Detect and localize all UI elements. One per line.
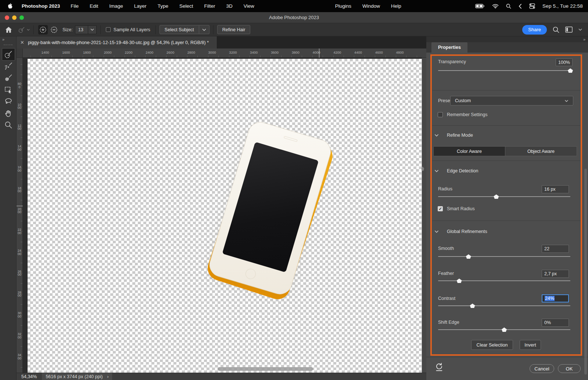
- menubar-menu-type[interactable]: Type: [152, 3, 174, 9]
- global-refinements-title[interactable]: Global Refinements: [447, 229, 487, 234]
- options-bar: Size: 13 Sample All Layers Select Subjec…: [0, 23, 588, 36]
- smooth-label: Smooth: [438, 246, 454, 251]
- brush-size-select[interactable]: 13: [75, 25, 97, 34]
- quick-selection-tool[interactable]: [2, 48, 15, 61]
- hand-tool[interactable]: [2, 108, 15, 119]
- contrast-slider[interactable]: [438, 303, 570, 308]
- ok-button[interactable]: OK: [558, 364, 581, 373]
- collapse-panel-icon[interactable]: »: [2, 37, 4, 42]
- control-center-icon[interactable]: [529, 3, 535, 9]
- slider-thumb[interactable]: [470, 304, 475, 308]
- workspace-icon[interactable]: [565, 26, 573, 33]
- menubar-menu-layer[interactable]: Layer: [129, 3, 152, 9]
- refine-mode-title[interactable]: Refine Mode: [447, 133, 473, 138]
- menubar-menu-image[interactable]: Image: [104, 3, 129, 9]
- slider-thumb[interactable]: [494, 194, 499, 199]
- smart-radius-checkbox[interactable]: ✓: [438, 206, 443, 211]
- zoom-tool[interactable]: [2, 119, 15, 130]
- chevron-down-icon[interactable]: [578, 28, 582, 31]
- canvas[interactable]: [23, 58, 422, 373]
- select-subject-dropdown-button[interactable]: [199, 25, 209, 34]
- document-dimensions[interactable]: 5616 px x 3744 px (240 ppi) ›: [42, 373, 112, 380]
- slider-thumb[interactable]: [457, 279, 462, 283]
- phone-earpiece: [284, 136, 298, 142]
- ruler-h-number: 4600: [375, 50, 383, 54]
- brush-tool[interactable]: [2, 72, 15, 83]
- zoom-level[interactable]: 54,34%: [21, 374, 37, 379]
- chevron-down-icon[interactable]: [88, 26, 96, 34]
- edge-detection-title[interactable]: Edge Detection: [447, 168, 478, 173]
- collapse-section-icon[interactable]: [434, 169, 439, 172]
- menubar-menu-file[interactable]: File: [65, 3, 84, 9]
- ruler-v-number: 1000: [18, 103, 21, 109]
- feather-slider[interactable]: [438, 278, 570, 283]
- menubar-menu-help[interactable]: Help: [386, 3, 407, 9]
- radius-slider[interactable]: [438, 194, 570, 199]
- invert-button[interactable]: Invert: [520, 340, 541, 350]
- battery-icon[interactable]: [475, 4, 485, 8]
- remember-settings-checkbox[interactable]: [438, 112, 443, 117]
- collapse-section-icon[interactable]: [434, 230, 439, 233]
- ruler-h-number: 1400: [41, 50, 49, 54]
- smooth-slider[interactable]: [438, 254, 570, 259]
- brush-subtract-button[interactable]: [49, 25, 59, 35]
- shift-edge-slider[interactable]: [438, 327, 570, 332]
- menubar-menu-select[interactable]: Select: [174, 3, 199, 9]
- transparency-value[interactable]: 100%: [556, 58, 573, 66]
- panel-grip[interactable]: [4, 44, 12, 45]
- sample-all-layers-checkbox[interactable]: Sample All Layers: [106, 27, 150, 32]
- preset-dropdown[interactable]: Custom: [450, 96, 573, 105]
- refine-hair-button[interactable]: Refine Hair: [217, 25, 251, 34]
- home-icon[interactable]: [5, 26, 12, 33]
- close-tab-icon[interactable]: ✕: [20, 40, 24, 45]
- spotlight-icon[interactable]: [506, 4, 511, 9]
- ruler-v-number: 800: [18, 82, 21, 89]
- collapse-section-icon[interactable]: [434, 134, 439, 137]
- menubar-menu-filter[interactable]: Filter: [198, 3, 220, 9]
- radius-value[interactable]: 16 px: [542, 185, 569, 193]
- transparency-slider[interactable]: [438, 68, 570, 73]
- smooth-value[interactable]: 22: [542, 245, 569, 253]
- collapse-panel-icon[interactable]: »: [583, 37, 585, 42]
- window-titlebar: Adobe Photoshop 2023: [0, 12, 588, 23]
- chevron-left-icon[interactable]: [519, 4, 522, 9]
- wifi-icon[interactable]: [492, 4, 499, 9]
- menubar-menu-plugins[interactable]: Plugins: [330, 3, 357, 9]
- menubar-menus-left: FileEditImageLayerTypeSelectFilter3DView: [65, 3, 259, 9]
- color-aware-button[interactable]: Color Aware: [434, 147, 505, 156]
- horizontal-scrollbar[interactable]: [218, 367, 313, 371]
- size-label: Size:: [62, 27, 73, 32]
- slider-thumb[interactable]: [466, 254, 471, 259]
- tab-properties[interactable]: Properties: [431, 42, 467, 53]
- brush-size-value[interactable]: 13: [75, 27, 88, 32]
- tool-preset-icon[interactable]: [18, 26, 30, 33]
- shift-edge-value[interactable]: 0%: [542, 319, 569, 327]
- share-button[interactable]: Share: [522, 25, 547, 35]
- reset-icon[interactable]: [435, 363, 443, 373]
- menubar-menu-window[interactable]: Window: [357, 3, 386, 9]
- apple-logo-icon[interactable]: [7, 3, 13, 9]
- menubar-menu-3d[interactable]: 3D: [220, 3, 238, 9]
- panel-scrollbar[interactable]: [584, 169, 587, 374]
- brush-add-button[interactable]: [38, 25, 48, 35]
- chevron-right-icon[interactable]: ›: [107, 374, 108, 379]
- slider-thumb[interactable]: [502, 327, 507, 332]
- feather-value[interactable]: 2,7 px: [542, 270, 569, 278]
- object-selection-tool[interactable]: [2, 84, 15, 95]
- contrast-value[interactable]: 24%: [542, 294, 569, 302]
- vertical-scrollbar[interactable]: [421, 166, 424, 171]
- document-tab[interactable]: ✕ piggy-bank-with-mobile-phone-2021-12-1…: [17, 36, 217, 49]
- lasso-tool[interactable]: [2, 96, 15, 107]
- cancel-button[interactable]: Cancel: [530, 364, 554, 373]
- object-aware-button[interactable]: Object Aware: [505, 147, 577, 156]
- search-icon[interactable]: [553, 26, 559, 33]
- clear-selection-button[interactable]: Clear Selection: [471, 340, 513, 350]
- menubar-menu-edit[interactable]: Edit: [84, 3, 104, 9]
- menubar-app-name[interactable]: Photoshop 2023: [17, 3, 65, 9]
- menubar-menu-view[interactable]: View: [238, 3, 260, 9]
- menubar-clock[interactable]: Sep 5., Tue 22:58: [542, 3, 583, 9]
- select-subject-button[interactable]: Select Subject: [159, 25, 199, 34]
- refine-edge-brush-tool[interactable]: [2, 61, 15, 72]
- checkbox-icon[interactable]: [106, 27, 111, 32]
- ruler-h-number: 2200: [125, 50, 133, 54]
